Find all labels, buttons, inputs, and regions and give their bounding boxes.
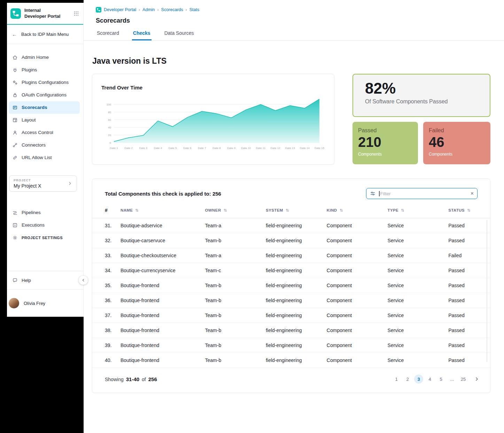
page-25[interactable]: 25 (459, 375, 468, 384)
sidebar-item-plugins-configurations[interactable]: Plugins Configurations (9, 76, 80, 89)
sort-icon[interactable] (467, 208, 471, 212)
sidebar-item-oauth-configurations[interactable]: OAuth Configurations (9, 89, 80, 101)
breadcrumb-developer-portal[interactable]: Developer Portal (104, 7, 136, 12)
plug-icon (12, 67, 18, 73)
table-row[interactable]: 32.Boutique-carservuceTeam-bfield-engine… (92, 233, 490, 248)
svg-text:Date 3: Date 3 (139, 147, 147, 150)
failed-value: 46 (429, 135, 485, 149)
sidebar: Internal Developer Portal ← Back to IDP … (7, 3, 84, 317)
sidebar-item-scorecards[interactable]: Scorecards (9, 101, 80, 114)
breadcrumb-scorecards[interactable]: Scorecards (161, 7, 183, 12)
page-4[interactable]: 4 (425, 375, 434, 384)
table-row[interactable]: 35.Boutique-frontendTeam-bfield-engineer… (92, 278, 490, 293)
type-cell: Service (388, 263, 449, 278)
table-scrollbar[interactable] (487, 220, 487, 362)
apps-grid-icon[interactable] (73, 11, 79, 16)
sort-icon[interactable] (401, 208, 405, 212)
app-title-line2: Developer Portal (24, 14, 60, 19)
sidebar-collapse-handle[interactable] (79, 276, 88, 285)
sidebar-item-connectors[interactable]: Connectors (9, 139, 80, 151)
column-type[interactable]: TYPE (388, 205, 449, 218)
sidebar-item-project-settings[interactable]: PROJECT SETTINGS (9, 231, 80, 244)
project-selector[interactable]: PROJECT My Project X (9, 175, 77, 192)
name-cell: Boutique-carservuce (121, 233, 205, 248)
next-page-button[interactable] (474, 376, 480, 382)
summary-column: 82% Of Software Components Passed Passed… (352, 74, 490, 165)
column-system[interactable]: SYSTEM (266, 205, 327, 218)
type-cell: Service (388, 323, 449, 338)
column-kind[interactable]: KIND (327, 205, 388, 218)
num-cell: 35. (92, 278, 121, 293)
name-cell: Boutique-adservice (121, 218, 205, 233)
table-row[interactable]: 34.Boutique-currencyserviceTeam-cfield-e… (92, 263, 490, 278)
pass-rate-value: 82% (365, 80, 478, 97)
status-cell: Passed (448, 263, 490, 278)
breadcrumb-admin[interactable]: Admin (142, 7, 155, 12)
sort-icon[interactable] (339, 208, 343, 212)
breadcrumb-separator: › (186, 7, 187, 12)
name-cell: Boutique-currencyservice (121, 263, 205, 278)
home-icon (12, 55, 18, 60)
table-row[interactable]: 38.Boutique-frontendTeam-bfield-engineer… (92, 323, 490, 338)
trend-over-time-card: Trend Over Time 020406080100Date 1Date 2… (92, 74, 334, 165)
sidebar-footer: Help Olivia Frey (7, 271, 83, 317)
svg-text:Date 1: Date 1 (110, 147, 118, 150)
sidebar-item-executions[interactable]: Executions (9, 219, 80, 231)
status-cell: Failed (448, 248, 490, 263)
idp-logo-icon (10, 8, 21, 19)
num-cell: 33. (92, 248, 121, 263)
page-3[interactable]: 3 (414, 375, 423, 384)
chevron-right-icon (68, 181, 72, 186)
sidebar-item-url-allow-list[interactable]: URL Allow List (9, 151, 80, 164)
owner-cell: Team-c (205, 263, 266, 278)
back-to-main-menu[interactable]: ← Back to IDP Main Menu (7, 25, 83, 44)
sort-icon[interactable] (285, 208, 289, 212)
table-row[interactable]: 31.Boutique-adserviceTeam-afield-enginee… (92, 218, 490, 233)
owner-cell: Team-b (205, 323, 266, 338)
sidebar-item-plugins[interactable]: Plugins (9, 64, 80, 76)
type-cell: Service (388, 308, 449, 323)
sidebar-item-admin-home[interactable]: Admin Home (9, 51, 80, 64)
table-row[interactable]: 33.Boutique-checkoutserviceTeam-afield-e… (92, 248, 490, 263)
clear-filter-icon[interactable]: × (471, 191, 474, 196)
column-num: # (92, 205, 121, 218)
tab-data-sources[interactable]: Data Sources (163, 30, 195, 40)
system-cell: field-engineering (266, 308, 327, 323)
kind-cell: Component (327, 293, 388, 308)
tab-scorecard[interactable]: Scorecard (96, 30, 120, 40)
trend-chart: 020406080100Date 1Date 2Date 3Date 4Date… (101, 94, 324, 154)
table-title: Total Components this check is applied t… (105, 191, 221, 197)
table-row[interactable]: 37.Boutique-frontendTeam-bfield-engineer… (92, 308, 490, 323)
page-5[interactable]: 5 (436, 375, 445, 384)
svg-text:80: 80 (108, 111, 111, 114)
filter-input[interactable] (380, 191, 471, 196)
showing-summary: Showing 31-40 of 256 (105, 376, 157, 382)
table-row[interactable]: 36.Boutique-frontendTeam-bfield-engineer… (92, 293, 490, 308)
user-menu[interactable]: Olivia Frey (7, 289, 83, 317)
page-1[interactable]: 1 (392, 375, 401, 384)
svg-text:Date 8: Date 8 (212, 147, 221, 150)
column-status[interactable]: STATUS (448, 205, 490, 218)
table-row[interactable]: 40.Boutique-frontendTeam-bfield-engineer… (92, 353, 490, 368)
sidebar-item-layout[interactable]: Layout (9, 114, 80, 126)
page-2[interactable]: 2 (403, 375, 412, 384)
table-row[interactable]: 39.Boutique-frontendTeam-bfield-engineer… (92, 338, 490, 353)
sidebar-item-pipelines[interactable]: Pipelines (9, 206, 80, 219)
failed-card: Failed 46 Components (423, 122, 490, 164)
column-name[interactable]: NAME (121, 205, 205, 218)
sort-icon[interactable] (223, 208, 227, 212)
sidebar-item-access-control[interactable]: Access Control (9, 126, 80, 139)
help-item[interactable]: Help (7, 271, 83, 289)
components-table-card: Total Components this check is applied t… (92, 179, 490, 393)
type-cell: Service (388, 233, 449, 248)
system-cell: field-engineering (266, 338, 327, 353)
column-owner[interactable]: OWNER (205, 205, 266, 218)
user-name: Olivia Frey (24, 301, 45, 306)
status-cell: Passed (448, 353, 490, 368)
tab-checks[interactable]: Checks (132, 30, 152, 40)
name-cell: Boutique-frontend (121, 278, 205, 293)
owner-cell: Team-b (205, 353, 266, 368)
kind-cell: Component (327, 338, 388, 353)
sort-icon[interactable] (135, 208, 139, 212)
name-cell: Boutique-frontend (121, 308, 205, 323)
